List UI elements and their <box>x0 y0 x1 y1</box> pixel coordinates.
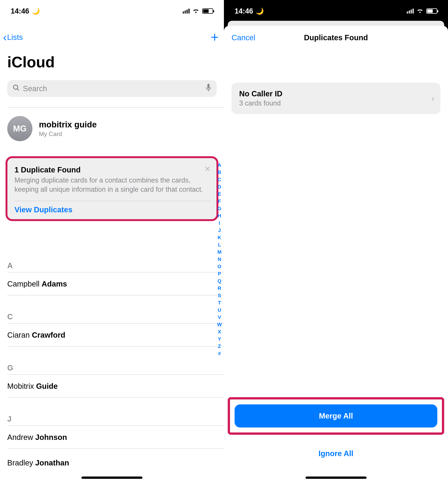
svg-line-1 <box>17 89 19 90</box>
battery-icon <box>426 8 437 14</box>
index-letter[interactable]: G <box>217 206 222 211</box>
index-letter[interactable]: L <box>217 242 222 248</box>
index-letter[interactable]: H <box>217 213 222 219</box>
status-bar: 14:46 🌙 <box>0 7 224 16</box>
section-header-a: A <box>7 261 224 270</box>
add-contact-button[interactable]: + <box>211 31 219 44</box>
do-not-disturb-icon: 🌙 <box>256 7 264 15</box>
cancel-button[interactable]: Cancel <box>232 33 255 42</box>
contact-row[interactable]: Ciaran Crawford <box>7 331 224 339</box>
view-duplicates-button[interactable]: View Duplicates <box>15 205 210 214</box>
cell-signal-icon <box>407 8 414 14</box>
modal-title: Duplicates Found <box>304 33 368 42</box>
index-letter[interactable]: S <box>217 293 222 298</box>
svg-rect-2 <box>207 84 209 89</box>
index-letter[interactable]: I <box>217 220 222 226</box>
index-letter[interactable]: U <box>217 307 222 313</box>
duplicate-group-row[interactable]: No Caller ID 3 cards found › <box>232 83 440 114</box>
index-letter[interactable]: B <box>217 169 222 175</box>
mic-icon[interactable] <box>206 84 211 93</box>
do-not-disturb-icon: 🌙 <box>32 7 40 15</box>
my-card-subtitle: My Card <box>39 130 97 137</box>
index-letter[interactable]: T <box>217 300 222 306</box>
index-letter[interactable]: J <box>217 227 222 233</box>
section-header-g: G <box>7 364 224 372</box>
alpha-index[interactable]: ABCDEFGHIJKLMNOPQRSTUVWXYZ# <box>217 162 222 356</box>
modal-sheet: Cancel Duplicates Found No Caller ID 3 c… <box>224 26 448 483</box>
back-button[interactable]: ‹ Lists <box>3 32 23 43</box>
duplicate-group-count: 3 cards found <box>239 99 427 107</box>
duplicates-modal-screen: 14:46 🌙 Cancel Duplicates Found No Calle… <box>224 0 448 483</box>
wifi-icon <box>416 8 424 15</box>
status-time: 14:46 <box>235 7 253 15</box>
status-bar: 14:46 🌙 <box>224 7 448 16</box>
home-indicator[interactable] <box>305 476 367 479</box>
page-title: iCloud <box>7 53 55 71</box>
index-letter[interactable]: Q <box>217 278 222 284</box>
index-letter[interactable]: R <box>217 285 222 291</box>
battery-icon <box>202 8 213 14</box>
index-letter[interactable]: X <box>217 329 222 335</box>
nav-bar: ‹ Lists + <box>0 32 224 43</box>
section-header-j: J <box>7 415 224 423</box>
index-letter[interactable]: K <box>217 235 222 241</box>
duplicates-title: 1 Duplicate Found <box>15 166 210 174</box>
index-letter[interactable]: N <box>217 256 222 262</box>
close-icon[interactable]: ✕ <box>204 165 211 173</box>
modal-nav-bar: Cancel Duplicates Found <box>224 32 448 43</box>
index-letter[interactable]: Z <box>217 343 222 349</box>
chevron-left-icon: ‹ <box>3 32 7 43</box>
duplicates-banner: ✕ 1 Duplicate Found Merging duplicate ca… <box>7 157 217 220</box>
index-letter[interactable]: O <box>217 264 222 270</box>
status-time: 14:46 <box>11 7 29 15</box>
chevron-right-icon: › <box>432 94 434 103</box>
index-letter[interactable]: Y <box>217 336 222 342</box>
index-letter[interactable]: W <box>217 322 222 328</box>
index-letter[interactable]: M <box>217 249 222 255</box>
my-card-name: mobitrix guide <box>39 120 97 129</box>
divider <box>7 107 224 108</box>
section-header-c: C <box>7 313 224 321</box>
index-letter[interactable]: A <box>217 162 222 168</box>
back-label: Lists <box>7 33 23 42</box>
index-letter[interactable]: C <box>217 177 222 183</box>
index-letter[interactable]: E <box>217 191 222 197</box>
my-card-row[interactable]: MG mobitrix guide My Card <box>7 116 217 141</box>
index-letter[interactable]: # <box>217 351 222 356</box>
index-letter[interactable]: D <box>217 184 222 190</box>
home-indicator[interactable] <box>81 476 143 479</box>
search-icon <box>13 84 20 93</box>
avatar: MG <box>7 116 32 141</box>
contacts-list-screen: 14:46 🌙 ‹ Lists + iCloud Search MG <box>0 0 224 483</box>
svg-point-0 <box>14 85 18 89</box>
merge-all-button[interactable]: Merge All <box>235 404 437 427</box>
ignore-all-button[interactable]: Ignore All <box>224 449 448 458</box>
contact-row[interactable]: Andrew Johnson <box>7 433 224 442</box>
index-letter[interactable]: V <box>217 314 222 320</box>
contact-row[interactable]: Bradley Jonathan <box>7 459 224 467</box>
duplicate-group-name: No Caller ID <box>239 89 427 98</box>
duplicates-description: Merging duplicate cards for a contact co… <box>15 176 210 194</box>
wifi-icon <box>192 8 200 15</box>
merge-all-highlight: Merge All <box>230 399 442 433</box>
search-placeholder: Search <box>23 84 202 93</box>
contact-row[interactable]: Mobitrix Guide <box>7 382 224 390</box>
divider <box>15 201 210 201</box>
cell-signal-icon <box>183 8 190 14</box>
search-input[interactable]: Search <box>7 80 217 97</box>
contact-row[interactable]: Campbell Adams <box>7 280 224 288</box>
index-letter[interactable]: F <box>217 198 222 204</box>
index-letter[interactable]: P <box>217 271 222 277</box>
